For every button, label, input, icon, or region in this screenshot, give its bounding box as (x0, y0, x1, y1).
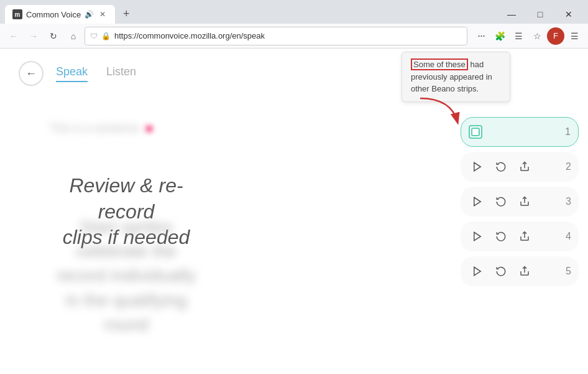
replay-button-2[interactable] (492, 157, 510, 176)
clip-checkbox-1[interactable] (469, 125, 482, 139)
clip-num-5: 5 (559, 266, 571, 277)
forward-button[interactable]: → (25, 27, 42, 45)
svg-rect-0 (472, 128, 479, 136)
clip-num-4: 4 (559, 231, 571, 242)
browser-chrome: m Common Voice 🔊 ✕ + — □ ✕ ← → ↻ ⌂ 🛡 🔒 h… (0, 0, 588, 49)
maximize-button[interactable]: □ (526, 2, 554, 26)
clip-list: 1 2 (461, 117, 579, 286)
tab-close-button[interactable]: ✕ (98, 9, 108, 19)
tooltip-highlight: Some of these (411, 58, 468, 70)
replay-button-4[interactable] (492, 227, 510, 246)
share-button-2[interactable] (515, 157, 534, 176)
main-area: ← Speak Listen This is a sentence Review… (0, 49, 451, 374)
profile-button[interactable]: F (547, 27, 564, 45)
shield-icon: 🛡 (90, 32, 98, 40)
clip-row-2: 2 (461, 152, 579, 182)
tab-speak[interactable]: Speak (56, 65, 88, 82)
address-bar[interactable]: 🛡 🔒 https://commonvoice.mozilla.org/en/s… (85, 27, 467, 45)
tab-favicon: m (12, 9, 22, 19)
clip-row-3: 3 (461, 187, 579, 217)
menu-button[interactable]: ☰ (566, 27, 583, 45)
share-button-4[interactable] (515, 227, 534, 246)
url-text: https://commonvoice.mozilla.org/en/speak (114, 31, 265, 40)
reader-mode-button[interactable]: ☰ (510, 27, 527, 45)
play-button-5[interactable] (468, 262, 487, 281)
play-button-4[interactable] (468, 227, 487, 246)
clip-row-4: 4 (461, 222, 579, 251)
extensions-button[interactable]: 🧩 (491, 27, 508, 45)
tooltip-text: Some of these had previously appeared in… (411, 58, 492, 93)
nav-actions: ··· 🧩 ☰ ☆ F ☰ (472, 27, 583, 45)
page-header: ← Speak Listen (0, 49, 451, 86)
red-dot (146, 126, 152, 132)
svg-marker-3 (474, 197, 481, 206)
page-content: ← Speak Listen This is a sentence Review… (0, 49, 588, 374)
svg-marker-7 (474, 267, 481, 276)
clip-num-1: 1 (558, 126, 571, 138)
bookmark-button[interactable]: ☆ (528, 27, 546, 45)
home-button[interactable]: ⌂ (65, 27, 82, 45)
share-button-3[interactable] (515, 192, 534, 211)
close-button[interactable]: ✕ (554, 2, 583, 26)
arrow-indicator (414, 92, 464, 129)
blurred-bottom-text: Start sprites celebrate the record indiv… (50, 215, 203, 337)
lock-icon: 🔒 (101, 32, 111, 40)
share-button-5[interactable] (515, 262, 534, 281)
clip-row-1: 1 (461, 117, 579, 147)
tab-title: Common Voice (26, 10, 81, 19)
clip-row-5: 5 (461, 256, 579, 286)
browser-tab[interactable]: m Common Voice 🔊 ✕ (5, 5, 115, 24)
clip-num-2: 2 (559, 161, 571, 172)
svg-marker-1 (474, 162, 481, 171)
play-button-2[interactable] (468, 157, 487, 176)
new-tab-button[interactable]: + (117, 5, 135, 22)
play-button-3[interactable] (468, 192, 487, 211)
nav-bar: ← → ↻ ⌂ 🛡 🔒 https://commonvoice.mozilla.… (0, 24, 588, 49)
refresh-button[interactable]: ↻ (45, 27, 62, 45)
nav-tabs: Speak Listen (56, 65, 136, 82)
replay-button-5[interactable] (492, 262, 510, 281)
clip-num-3: 3 (559, 196, 571, 207)
back-button[interactable]: ← (5, 27, 22, 45)
more-button[interactable]: ··· (472, 27, 490, 45)
back-nav-button[interactable]: ← (19, 61, 44, 86)
replay-button-3[interactable] (492, 192, 510, 211)
svg-marker-5 (474, 232, 481, 241)
minimize-button[interactable]: — (497, 2, 526, 26)
tab-audio-icon: 🔊 (85, 10, 94, 19)
tab-listen[interactable]: Listen (106, 65, 136, 82)
right-panel: Some of these had previously appeared in… (451, 49, 588, 374)
blurred-sentence: This is a sentence (50, 122, 152, 135)
